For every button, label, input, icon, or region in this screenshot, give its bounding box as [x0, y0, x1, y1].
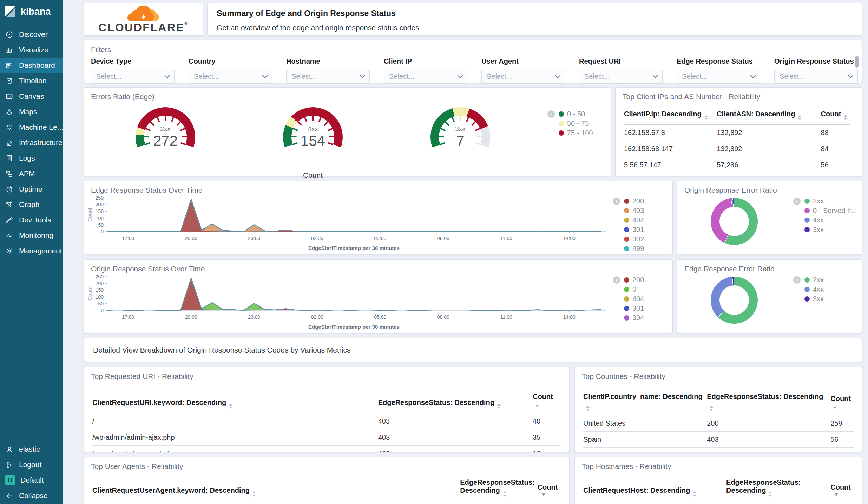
kibana-logo-row[interactable]: kibana — [0, 0, 63, 23]
column-header-edgeresponsestatus-descending[interactable]: EdgeResponseStatus: Descending — [378, 390, 533, 413]
column-header-count[interactable]: Count — [821, 107, 850, 125]
panel-title: Top Requested URI - Reliability — [91, 372, 193, 381]
sidebar-item-timelion[interactable]: Timelion — [0, 73, 63, 89]
sidebar-item-management[interactable]: Management — [0, 243, 63, 259]
filter-placeholder: Select... — [194, 72, 219, 80]
filter-select-hostname[interactable]: Select... — [286, 69, 370, 84]
cell: 403 — [707, 448, 830, 452]
column-header-label: Count — [821, 110, 841, 118]
legend-swatch — [804, 199, 810, 204]
cell: Spain — [583, 432, 707, 448]
filter-select-client-ip[interactable]: Select... — [384, 69, 467, 84]
column-header-clientrequesturi-keyword-descending[interactable]: ClientRequestURI.keyword: Descending — [92, 390, 378, 413]
column-header-count[interactable]: Count — [830, 476, 854, 501]
legend-expand-icon[interactable]: › — [613, 198, 620, 205]
legend-label: 200 — [632, 197, 644, 205]
sidebar-item-uptime[interactable]: Uptime — [0, 181, 63, 197]
column-header-clientip-country-name-descending[interactable]: ClientIP.country_name: Descending — [583, 390, 707, 415]
column-header-clientrequestuseragent-keyword-descending[interactable]: ClientRequestUserAgent.keyword: Descendi… — [92, 476, 460, 501]
legend-item-301[interactable]: 301 — [624, 225, 644, 234]
sidebar-item-discover[interactable]: Discover — [0, 27, 63, 42]
legend-item-3xx[interactable]: 3xx — [804, 294, 824, 304]
column-header-clientip-ip-descending[interactable]: ClientIP.ip: Descending — [624, 107, 717, 125]
table-row: United States200259 — [583, 415, 854, 432]
cell: 84 — [821, 141, 850, 157]
sidebar-item-elastic[interactable]: elastic — [0, 441, 63, 457]
legend-item-302[interactable]: 302 — [624, 234, 644, 244]
filter-select-user-agent[interactable]: Select... — [481, 69, 565, 84]
filter-select-origin-response-status[interactable]: Select... — [774, 69, 858, 84]
sidebar-item-label: Infrastructure — [19, 138, 63, 147]
panel-top-user-agents: Top User Agents - Reliability ClientRequ… — [84, 457, 570, 504]
table-header-row: ClientRequestHost: DescendingEdgeRespons… — [583, 476, 854, 501]
filter-select-request-uri[interactable]: Select... — [579, 69, 663, 84]
column-header-edgeresponsestatus-descending[interactable]: EdgeResponseStatus: Descending — [460, 476, 537, 501]
legend-item-4xx[interactable]: 4xx — [804, 285, 824, 294]
sidebar-item-dev-tools[interactable]: Dev Tools — [0, 212, 63, 228]
legend-item-499[interactable]: 499 — [624, 244, 644, 253]
legend-item-304[interactable]: 304 — [624, 313, 644, 323]
column-header-label: EdgeResponseStatus: Descending — [707, 393, 823, 400]
gauge-axis-label — [427, 171, 494, 180]
sidebar-item-default[interactable]: DDefault — [0, 472, 63, 488]
sidebar-item-maps[interactable]: Maps — [0, 104, 63, 119]
cell: 16 — [533, 446, 561, 452]
svg-text:250: 250 — [96, 195, 104, 201]
sidebar-item-visualize[interactable]: Visualize — [0, 42, 63, 58]
gauge-value: 154 — [301, 133, 325, 149]
filters-scrollbar[interactable] — [855, 56, 859, 68]
legend-expand-icon[interactable]: › — [793, 276, 801, 284]
legend-item-0-50[interactable]: ›0 - 50 — [559, 109, 593, 119]
legend-item-0[interactable]: 0 — [624, 285, 644, 294]
sidebar-item-machine-le[interactable]: Machine Le... — [0, 119, 63, 135]
filter-select-country[interactable]: Select... — [189, 69, 272, 84]
filter-field-request-uri: Request URISelect... — [579, 57, 663, 84]
legend-swatch — [804, 227, 810, 232]
legend-item-403[interactable]: 403 — [624, 206, 644, 215]
legend-expand-icon[interactable]: › — [547, 110, 555, 118]
column-header-edgeresponsestatus-descending[interactable]: EdgeResponseStatus: Descending — [707, 390, 830, 415]
filter-select-edge-response-status[interactable]: Select... — [677, 69, 760, 84]
table-row: /wp-admin/admin-ajax.php40335 — [92, 429, 561, 446]
sidebar-item-canvas[interactable]: Canvas — [0, 89, 63, 104]
legend-item-404[interactable]: 404 — [624, 215, 644, 225]
column-header-edgeresponsestatus-descending[interactable]: EdgeResponseStatus: Descending — [726, 476, 830, 501]
legend-item-75-100[interactable]: 75 - 100 — [559, 128, 593, 138]
column-header-count[interactable]: Count — [830, 390, 854, 415]
svg-text:11:00: 11:00 — [500, 235, 512, 241]
column-header-count[interactable]: Count — [538, 476, 561, 501]
gauge-value: 7 — [456, 133, 464, 149]
panel-top-requested-uri: Top Requested URI - Reliability ClientRe… — [84, 367, 570, 452]
legend-item-301[interactable]: 301 — [624, 304, 644, 313]
sidebar-item-dashboard[interactable]: Dashboard — [0, 58, 63, 73]
legend-item-0-served-fr[interactable]: 0 - Served fr... — [804, 206, 857, 215]
panel-title: Top Client IPs and AS Number - Reliabili… — [623, 92, 760, 101]
legend-item-50-75[interactable]: 50 - 75 — [559, 119, 593, 128]
filter-label: Client IP — [384, 57, 467, 65]
filter-select-device-type[interactable]: Select... — [91, 69, 175, 84]
sort-icons — [798, 115, 802, 120]
legend-expand-icon[interactable]: › — [613, 276, 620, 284]
dashboard-title: Summary of Edge and Origin Response Stat… — [217, 9, 396, 18]
legend-item-200[interactable]: ›200 — [624, 196, 644, 206]
sidebar-item-label: Maps — [19, 108, 37, 116]
legend-item-404[interactable]: 404 — [624, 294, 644, 304]
sidebar-item-logs[interactable]: Logs — [0, 150, 63, 166]
legend-expand-icon[interactable]: › — [793, 198, 801, 205]
sidebar-item-collapse[interactable]: Collapse — [0, 488, 63, 503]
sidebar-item-graph[interactable]: Graph — [0, 197, 63, 212]
column-header-clientasn-descending[interactable]: ClientASN: Descending — [717, 107, 821, 125]
column-header-count[interactable]: Count — [533, 390, 561, 413]
legend-item-200[interactable]: ›200 — [624, 275, 644, 285]
origin-status-chart: 05010015020025017:0020:0023:0002:0005:00… — [87, 272, 610, 331]
sidebar-item-infrastructure[interactable]: Infrastructure — [0, 135, 63, 150]
sidebar-item-logout[interactable]: Logout — [0, 457, 63, 472]
legend-item-4xx[interactable]: 4xx — [804, 215, 857, 225]
sidebar-item-apm[interactable]: APM — [0, 166, 63, 181]
legend-item-3xx[interactable]: 3xx — [804, 225, 857, 234]
legend-item-2xx[interactable]: ›2xx — [804, 196, 857, 206]
chevron-down-icon — [848, 72, 854, 78]
sidebar-item-monitoring[interactable]: Monitoring — [0, 228, 63, 243]
column-header-clientrequesthost-descending[interactable]: ClientRequestHost: Descending — [583, 476, 726, 501]
legend-item-2xx[interactable]: ›2xx — [804, 275, 824, 285]
